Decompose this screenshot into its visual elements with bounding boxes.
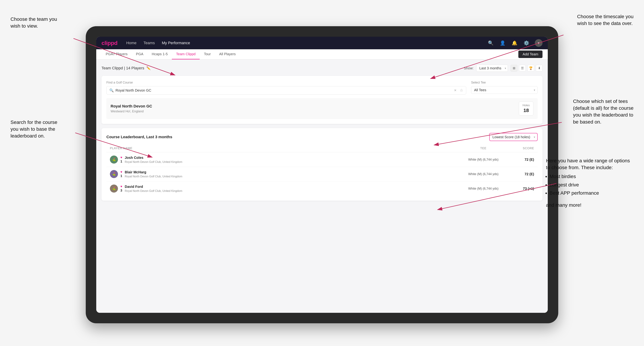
tab-team-clippd[interactable]: Team Clippd [172,49,200,59]
nav-teams[interactable]: Teams [144,41,155,45]
team-title: Team Clippd | 14 Players ✏️ [102,66,151,70]
profile-icon-btn[interactable]: 👤 [499,39,506,46]
nav-links: Home Teams My Performance [126,41,487,45]
tab-pgat-players[interactable]: PGAT Players [102,49,132,59]
tee-cell: White (M) (6,744 yds) [459,172,508,176]
view-icon-group: ⊞ ☰ 🏆 ⬇ [511,65,542,71]
player-name: Blair McHarg [125,170,182,174]
tab-all-players[interactable]: All Players [215,49,240,59]
holes-badge: Holes 18 [519,102,534,116]
main-content: Team Clippd | 14 Players ✏️ Show: Last 3… [96,59,548,313]
find-course-label: Find a Golf Course [106,81,466,84]
tab-hcaps[interactable]: Hcaps 1-5 [148,49,172,59]
player-name: David Ford [125,185,182,189]
bell-icon-btn[interactable]: 🔔 [511,39,518,46]
annotation-options: Here you have a wide range of options to… [546,157,634,208]
show-controls: Show: Last 3 months Last 6 months Last y… [464,65,542,72]
list-item: Most birdies [550,173,634,180]
avatar: ⛳ [110,156,118,164]
score-type-select[interactable]: Lowest Score (18 holes) Most Birdies Lon… [489,133,538,141]
timescale-select[interactable]: Last 3 months Last 6 months Last year [476,65,508,72]
tee-cell: White (M) (6,744 yds) [459,187,508,190]
list-item: Best APP performance [550,190,634,196]
tee-cell: White (M) (6,744 yds) [459,158,508,162]
avatar: ⛳ [110,170,118,178]
sub-tab-list: PGAT Players PGA Hcaps 1-5 Team Clippd T… [102,49,240,59]
clear-search-icon[interactable]: ✕ [454,88,456,92]
search-icon-btn[interactable]: 🔍 [487,39,494,46]
team-name-label: Team Clippd | 14 Players [102,66,144,70]
player-info: Josh Coles Royal North Devon Golf Club, … [125,156,182,164]
settings-icon-btn[interactable]: ⚙️ [523,39,530,46]
list-item: Longest drive [550,181,634,188]
heart-icon: ♥ [120,185,122,188]
course-search-row: Find a Golf Course 🔍 ✕ ☆ Select Tee Al [106,81,538,95]
favorite-course-btn[interactable]: ☆ [460,88,463,93]
table-header-row: PLAYER NAME TEE SCORE [106,145,538,152]
player-cell: ⛳ ♥ 1 Josh Coles Royal North Devon Golf … [110,156,459,164]
rank-heart-group: ♥ 1 [120,156,122,163]
player-info: David Ford Royal North Devon Golf Club, … [125,185,182,192]
course-result-info: Royal North Devon GC Westward Ho!, Engla… [110,104,152,113]
player-cell: ⛳ ♥ 3 David Ford Royal North Devon Golf … [110,184,459,192]
annotation-choose-team: Choose the team you wish to view. [10,16,57,29]
select-tee-label: Select Tee [471,81,538,84]
col-header-tee: TEE [459,147,508,150]
player-name: Josh Coles [125,156,182,160]
edit-team-icon[interactable]: ✏️ [146,66,151,70]
score-cell: 73 (+1) [508,187,534,191]
rank-heart-group: ♥ 1 [120,170,122,178]
course-name: Royal North Devon GC [110,104,152,109]
select-tee-col: Select Tee All Tees White Yellow Red ▾ [471,81,538,95]
app-logo: clippd [102,40,118,46]
heart-icon: ♥ [120,170,122,174]
nav-icon-group: 🔍 👤 🔔 ⚙️ ▾ [487,39,542,47]
course-search-card: Find a Golf Course 🔍 ✕ ☆ Select Tee Al [102,76,542,124]
annotation-search-course: Search for the course you wish to base t… [10,119,58,140]
tee-select-wrap: All Tees White Yellow Red ▾ [471,86,538,94]
tee-select[interactable]: All Tees White Yellow Red [471,86,538,94]
holes-number: 18 [522,108,530,113]
player-club: Royal North Devon Golf Club, United King… [125,189,182,192]
course-result-row: Royal North Devon GC Westward Ho!, Engla… [106,98,538,119]
sub-navigation: PGAT Players PGA Hcaps 1-5 Team Clippd T… [96,49,548,59]
avatar: ⛳ [110,184,118,192]
show-label: Show: [464,66,474,70]
score-type-wrap: Lowest Score (18 holes) Most Birdies Lon… [489,133,538,141]
score-cell: 72 (E) [508,158,534,162]
leaderboard-table: PLAYER NAME TEE SCORE ⛳ ♥ 1 [106,145,538,196]
player-info: Blair McHarg Royal North Devon Golf Club… [125,170,182,178]
team-header-row: Team Clippd | 14 Players ✏️ Show: Last 3… [102,65,542,72]
nav-home[interactable]: Home [126,41,136,45]
add-team-button[interactable]: Add Team [518,50,542,58]
heart-icon: ♥ [120,156,122,159]
table-row: ⛳ ♥ 3 David Ford Royal North Devon Golf … [106,181,538,196]
col-header-player: PLAYER NAME [110,147,459,150]
course-search-input[interactable] [116,88,452,92]
player-cell: ⛳ ♥ 1 Blair McHarg Royal North Devon Gol… [110,170,459,178]
download-btn[interactable]: ⬇ [536,65,542,71]
leaderboard-card: Course Leaderboard, Last 3 months Lowest… [102,128,542,201]
player-club: Royal North Devon Golf Club, United King… [125,175,182,178]
search-icon: 🔍 [110,88,114,92]
course-location: Westward Ho!, England [110,110,152,113]
col-header-score: SCORE [508,147,534,150]
table-row: ⛳ ♥ 1 Blair McHarg Royal North Devon Gol… [106,167,538,181]
list-view-btn[interactable]: ☰ [519,65,526,71]
find-course-col: Find a Golf Course 🔍 ✕ ☆ [106,81,466,95]
annotation-tees: Choose which set of tees (default is all… [573,98,634,125]
tab-tour[interactable]: Tour [200,49,215,59]
avatar-btn[interactable]: ▾ [535,39,542,47]
tab-pga[interactable]: PGA [132,49,148,59]
top-navigation: clippd Home Teams My Performance 🔍 👤 🔔 ⚙… [96,37,548,49]
rank-heart-group: ♥ 3 [120,185,122,192]
tablet-device: clippd Home Teams My Performance 🔍 👤 🔔 ⚙… [86,26,558,323]
nav-my-performance[interactable]: My Performance [162,41,190,45]
course-search-input-wrap: 🔍 ✕ ☆ [106,86,466,95]
options-list: Most birdies Longest drive Best APP perf… [550,173,634,196]
grid-view-btn[interactable]: ⊞ [511,65,517,71]
player-club: Royal North Devon Golf Club, United King… [125,161,182,164]
tablet-screen: clippd Home Teams My Performance 🔍 👤 🔔 ⚙… [96,37,548,313]
annotation-timescale: Choose the timescale you wish to see the… [577,13,634,27]
trophy-view-btn[interactable]: 🏆 [528,65,534,71]
